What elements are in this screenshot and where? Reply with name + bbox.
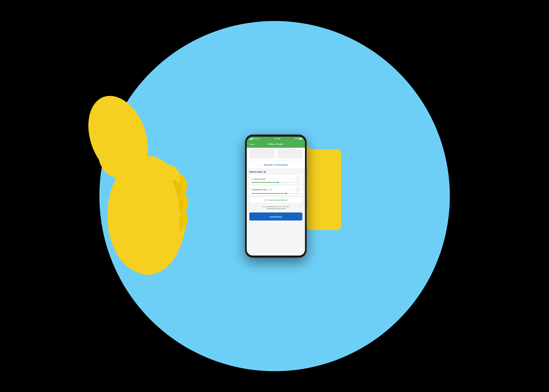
card-placeholder-2 (277, 149, 302, 159)
send-another-referral-button[interactable]: Send Another Referral (249, 197, 302, 203)
hand-illustration (84, 84, 250, 292)
phone-screen: Cricket ▲ 9:41 AM 100% (247, 137, 305, 256)
page-title: Refer a Friend (269, 143, 283, 145)
nav-bar-inner: ‹ Back Refer a Friend (249, 143, 302, 145)
clock: 9:41 AM (274, 138, 280, 140)
battery-percent: 100% (294, 138, 298, 140)
battery-tip (302, 138, 303, 139)
referral-item-1-label-container: 1. Claimed Code (251, 177, 265, 181)
screen-content: How Refer A Friend Works Referral Status… (247, 148, 305, 256)
referral-status-label: Referral Status (249, 171, 263, 173)
referral-item-1-number: 1. (251, 178, 253, 180)
signal-dot-2 (250, 139, 251, 140)
carrier-name: Cricket (253, 138, 258, 140)
referral-item-1-top: 1. Claimed Code $ (251, 176, 300, 181)
referral-status-section: Referral Status i 1. Claimed Code $ (247, 169, 305, 212)
referrals-left-text: 8 of 10 Referrals Left For This Year (249, 206, 302, 208)
referral-status-header: Referral Status i (249, 171, 302, 173)
send-another-icon (264, 199, 267, 202)
back-label: Back (250, 143, 255, 145)
send-referral-container: Send Referral (247, 212, 305, 224)
referral-item-2-progress-fill (251, 193, 286, 194)
referral-item-2-progress-dot (286, 193, 287, 194)
signal-dot-4 (252, 138, 252, 140)
unsuccessful-label: Referral(s) unsuccessful (267, 208, 286, 210)
battery-icon (299, 138, 302, 140)
referrals-info: 8 of 10 Referrals Left For This Year 1 R… (249, 206, 302, 210)
referrals-text: Referrals Left For This Year (268, 206, 289, 208)
referral-item-1-dollar-icon: $ (295, 176, 300, 181)
send-another-label: Send Another Referral (268, 199, 287, 201)
status-left: Cricket ▲ (249, 138, 260, 140)
send-referral-button[interactable]: Send Referral (249, 212, 302, 221)
referrals-unsuccessful-text: 1 Referral(s) unsuccessful (249, 208, 302, 210)
card-placeholder-1 (249, 149, 274, 159)
signal-dot-1 (249, 139, 250, 140)
bottom-padding (247, 224, 305, 228)
send-referral-label: Send Referral (270, 216, 282, 218)
referral-item-2-top: 2. Redeemed Code 26 days $ (251, 187, 300, 192)
cards-area (247, 148, 305, 161)
back-chevron-icon: ‹ (249, 143, 250, 145)
signal-dot-3 (251, 138, 251, 140)
how-refer-link-container[interactable]: How Refer A Friend Works (247, 161, 305, 169)
referrals-green-num: 8 (263, 206, 263, 208)
referral-item-1-progress-dot (278, 182, 279, 183)
nav-bar: ‹ Back Refer a Friend (247, 141, 305, 148)
referral-item-1-progress-track (251, 182, 300, 183)
referral-item-2-number: 2. (251, 189, 253, 191)
status-bar: Cricket ▲ 9:41 AM 100% (247, 137, 305, 141)
status-right: 100% (294, 138, 302, 140)
svg-rect-20 (307, 149, 341, 230)
signal-strength (249, 138, 252, 140)
unsuccessful-count: 1 (266, 208, 267, 210)
referral-item-1: 1. Claimed Code $ (249, 175, 302, 184)
svg-point-10 (107, 158, 180, 273)
wifi-icon: ▲ (259, 138, 260, 140)
phone-body: Cricket ▲ 9:41 AM 100% (245, 134, 307, 258)
scene: Cricket ▲ 9:41 AM 100% (0, 0, 549, 392)
referral-item-2-badge: 26 days (267, 189, 273, 190)
referral-item-2: 2. Redeemed Code 26 days $ (249, 186, 302, 196)
referral-item-2-label-container: 2. Redeemed Code 26 days (251, 189, 272, 191)
info-icon[interactable]: i (264, 171, 266, 173)
referral-item-1-label: Claimed Code (254, 178, 265, 180)
battery-fill (299, 138, 302, 139)
how-refer-link-text: How Refer A Friend Works (264, 164, 288, 166)
referral-item-2-progress-track (251, 193, 300, 194)
back-button[interactable]: ‹ Back (249, 143, 254, 145)
referral-item-2-dollar-icon: $ (295, 187, 300, 192)
referral-item-1-progress-fill (251, 182, 278, 183)
card-divider (276, 149, 276, 159)
referrals-total: 10 (266, 206, 268, 208)
phone-device: Cricket ▲ 9:41 AM 100% (245, 134, 307, 258)
referral-item-2-label: Redeemed Code (253, 189, 266, 191)
